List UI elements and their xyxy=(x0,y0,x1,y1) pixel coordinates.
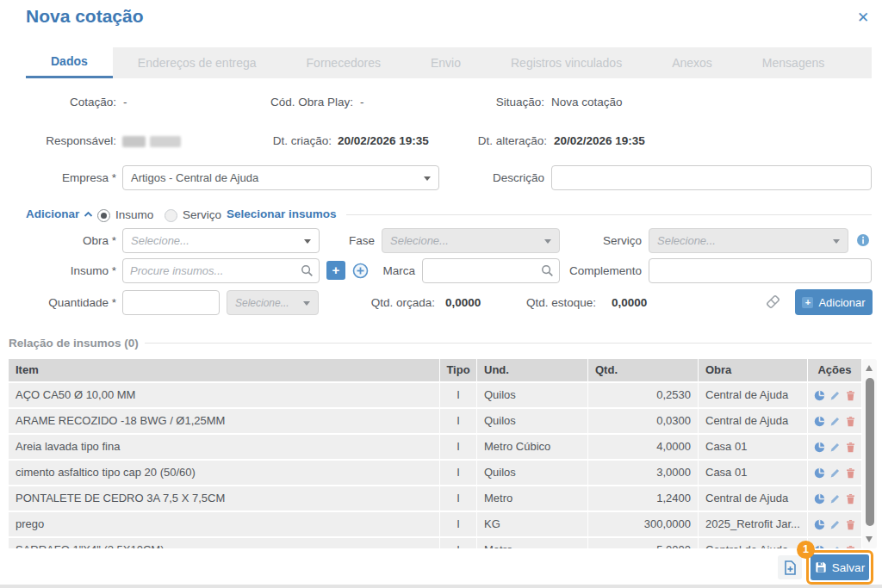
tab-anexos[interactable]: Anexos xyxy=(647,47,737,78)
quantidade-input[interactable] xyxy=(122,290,220,315)
complemento-input[interactable] xyxy=(649,258,872,283)
cod-obra-play-value: - xyxy=(360,96,364,108)
tab-enderecos-de-entrega[interactable]: Endereços de entrega xyxy=(113,47,282,78)
table-row-obra: Central de Ajuda xyxy=(699,486,807,511)
cod-obra-play-label: Cód. Obra Play: xyxy=(198,96,353,108)
table-row-tipo: I xyxy=(440,461,476,485)
tab-fornecedores[interactable]: Fornecedores xyxy=(282,47,406,78)
page-title: Nova cotação xyxy=(26,6,144,27)
table-row-obra: Central de Ajuda xyxy=(699,409,807,433)
table-row-obra: 2025_Retrofit Jar... xyxy=(699,512,807,536)
annotation-step-badge: 1 xyxy=(797,541,815,559)
dt-alteracao-label: Dt. alteração: xyxy=(396,134,547,147)
edit-pencil-icon[interactable] xyxy=(829,467,841,479)
adicionar-collapse-toggle[interactable]: Adicionar xyxy=(26,207,93,220)
col-header-qtd[interactable]: Qtd. xyxy=(588,359,698,381)
table-row-und: Metro xyxy=(477,538,587,548)
close-icon[interactable]: ✕ xyxy=(857,9,869,27)
table-row-actions xyxy=(808,486,861,511)
insumos-table: Item Tipo Und. Qtd. Obra Ações AÇO CA50 … xyxy=(9,359,861,548)
insumo-label: Insumo * xyxy=(0,264,116,277)
delete-trash-icon[interactable] xyxy=(845,416,856,427)
servico-radio[interactable] xyxy=(165,209,177,222)
delete-trash-icon[interactable] xyxy=(845,390,856,401)
marca-search-input[interactable] xyxy=(422,258,560,283)
chevron-up-icon xyxy=(84,211,93,218)
pie-chart-icon[interactable] xyxy=(814,493,825,504)
table-row-und: Metro xyxy=(477,486,587,511)
adicionar-button[interactable]: + Adicionar xyxy=(795,289,873,315)
table-row-obra: Central de Ajuda xyxy=(699,383,807,407)
scroll-down-arrow-icon[interactable] xyxy=(866,536,873,542)
insumo-search-input[interactable] xyxy=(122,258,320,283)
unidade-select[interactable]: Selecione... xyxy=(227,290,319,315)
delete-trash-icon[interactable] xyxy=(845,493,856,504)
table-row-qtd: 5,0000 xyxy=(588,538,698,548)
pie-chart-icon[interactable] xyxy=(814,390,825,401)
scroll-up-arrow-icon[interactable] xyxy=(866,365,873,371)
table-row-qtd: 4,0000 xyxy=(588,435,698,459)
empresa-select[interactable]: Artigos - Central de Ajuda xyxy=(122,165,439,190)
table-row-item: ARAME RECOZIDO -18 BWG / Ø1,25MM xyxy=(9,409,439,433)
table-row-item: prego xyxy=(9,512,439,536)
delete-trash-icon[interactable] xyxy=(845,545,856,549)
tab-mensagens[interactable]: Mensagens xyxy=(737,47,849,78)
eraser-icon[interactable] xyxy=(765,294,781,310)
edit-pencil-icon[interactable] xyxy=(829,416,841,427)
insumo-radio[interactable] xyxy=(97,209,110,222)
table-row-actions xyxy=(808,435,861,459)
servico-label: Serviço xyxy=(543,234,642,247)
bottom-strip xyxy=(0,585,882,588)
table-row-item: Areia lavada tipo fina xyxy=(9,435,439,459)
table-row-tipo: I xyxy=(440,538,476,548)
tab-envio[interactable]: Envio xyxy=(406,47,486,78)
scrollbar-thumb[interactable] xyxy=(866,378,874,526)
table-row-actions xyxy=(808,383,861,407)
col-header-tipo[interactable]: Tipo xyxy=(440,359,476,381)
edit-pencil-icon[interactable] xyxy=(829,519,841,530)
table-row-tipo: I xyxy=(440,512,476,536)
pie-chart-icon[interactable] xyxy=(814,467,825,479)
document-plus-icon xyxy=(784,560,797,575)
table-row-tipo: I xyxy=(440,409,476,433)
circle-plus-icon[interactable] xyxy=(352,263,369,279)
qtd-orcada-value: 0,0000 xyxy=(445,296,481,309)
edit-pencil-icon[interactable] xyxy=(829,442,841,453)
tab-registros-vinculados[interactable]: Registros vinculados xyxy=(486,47,647,78)
delete-trash-icon[interactable] xyxy=(845,467,856,479)
pie-chart-icon[interactable] xyxy=(814,416,825,427)
descricao-input[interactable] xyxy=(551,165,872,190)
edit-pencil-icon[interactable] xyxy=(829,390,841,401)
delete-trash-icon[interactable] xyxy=(845,519,856,530)
servico-select[interactable]: Selecione... xyxy=(649,228,848,253)
quantidade-label: Quantidade * xyxy=(0,296,116,309)
obra-select[interactable]: Selecione... xyxy=(122,228,320,253)
servico-radio-label: Serviço xyxy=(183,208,221,221)
col-header-und[interactable]: Und. xyxy=(477,359,587,381)
info-icon[interactable] xyxy=(856,233,870,247)
table-row-tipo: I xyxy=(440,435,476,459)
col-header-obra[interactable]: Obra xyxy=(699,359,807,381)
save-and-new-button[interactable] xyxy=(778,555,802,579)
tab-dados[interactable]: Dados xyxy=(26,47,113,78)
table-row-qtd: 300,0000 xyxy=(588,512,698,536)
empresa-label: Empresa * xyxy=(0,171,116,184)
descricao-label: Descrição xyxy=(396,171,544,184)
col-header-item[interactable]: Item xyxy=(9,359,439,381)
table-scrollbar[interactable] xyxy=(862,359,877,548)
table-row-und: Quilos xyxy=(477,409,587,433)
edit-pencil-icon[interactable] xyxy=(829,493,841,504)
pie-chart-icon[interactable] xyxy=(814,545,825,549)
table-row-obra: Casa 01 xyxy=(699,435,807,459)
fase-select[interactable]: Selecione... xyxy=(382,228,560,253)
pie-chart-icon[interactable] xyxy=(814,519,825,530)
table-row-tipo: I xyxy=(440,486,476,511)
edit-pencil-icon[interactable] xyxy=(829,545,841,549)
delete-trash-icon[interactable] xyxy=(845,442,856,453)
complemento-label: Complemento xyxy=(543,264,642,277)
save-button[interactable]: Salvar xyxy=(811,554,869,580)
marca-label: Marca xyxy=(372,264,415,277)
add-insumo-square-button[interactable]: + xyxy=(326,261,345,280)
pie-chart-icon[interactable] xyxy=(814,442,825,453)
selecionar-insumos-link[interactable]: Selecionar insumos xyxy=(227,207,337,220)
